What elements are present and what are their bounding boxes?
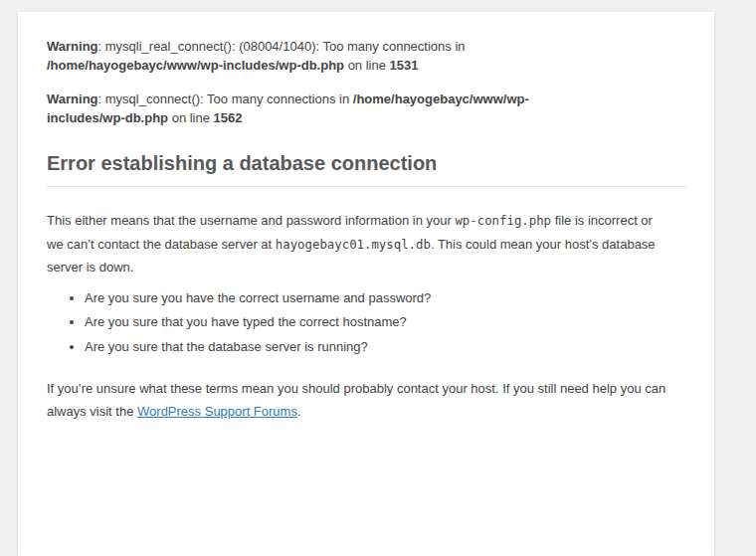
error-outro: If you’re unsure what these terms mean y… xyxy=(47,377,686,424)
checklist-item: Are you sure that the database server is… xyxy=(85,338,686,357)
php-warning: Warning: mysql_connect(): Too many conne… xyxy=(47,91,686,128)
text-segment: on line xyxy=(344,58,390,73)
checklist-item: Are you sure that you have typed the cor… xyxy=(85,313,686,332)
bold-text: 1562 xyxy=(214,110,243,125)
error-page-card: Warning: mysqli_real_connect(): (08004/1… xyxy=(18,12,714,556)
text-segment: on line xyxy=(168,110,214,125)
bold-text: 1531 xyxy=(390,58,419,73)
code-text: hayogebayc01.mysql.db xyxy=(276,238,431,252)
bold-text: /home/hayogebayc/www/wp-includes/wp-db.p… xyxy=(47,58,344,73)
page-background: { "colors": { "page_background": "#f0f0f… xyxy=(0,0,756,556)
checklist-item: Are you sure you have the correct userna… xyxy=(85,289,686,308)
wordpress-support-forums-link[interactable]: WordPress Support Forums xyxy=(137,404,297,419)
page-title: Error establishing a database connection xyxy=(47,151,686,187)
error-intro: This either means that the username and … xyxy=(47,209,686,278)
text-segment: This either means that the username and … xyxy=(47,213,455,228)
text-segment: . xyxy=(297,404,301,419)
php-warning: Warning: mysqli_real_connect(): (08004/1… xyxy=(47,38,686,76)
php-warnings: Warning: mysqli_real_connect(): (08004/1… xyxy=(47,38,686,127)
code-text: wp-config.php xyxy=(455,214,551,228)
error-checklist: Are you sure you have the correct userna… xyxy=(47,289,686,358)
bold-text: Warning xyxy=(47,39,98,54)
text-segment: : mysql_connect(): Too many connections … xyxy=(98,92,353,106)
text-segment: : mysqli_real_connect(): (08004/1040): T… xyxy=(98,39,466,54)
bold-text: Warning xyxy=(47,92,98,106)
